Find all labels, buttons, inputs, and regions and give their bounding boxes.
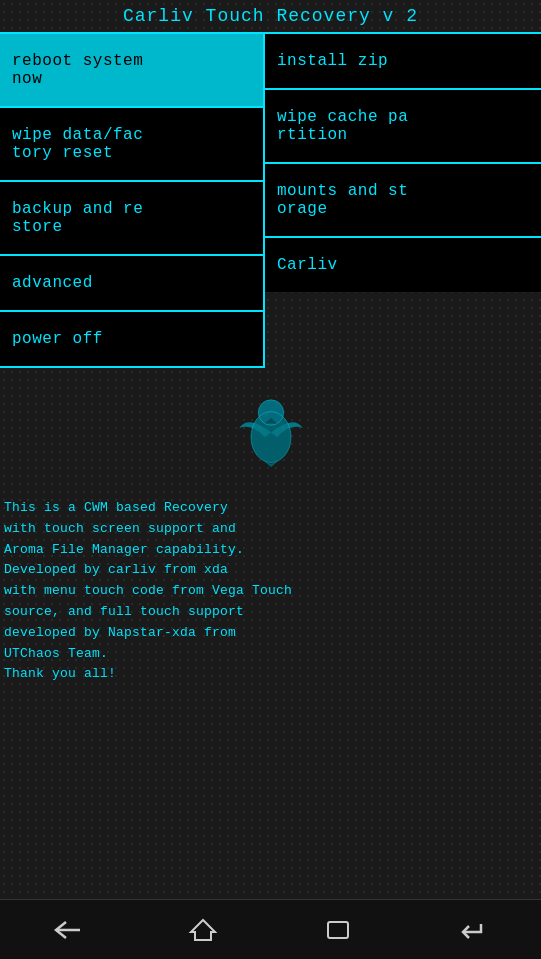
app-logo: [226, 378, 316, 478]
nav-bar: [0, 899, 541, 959]
right-menu-col: install zip wipe cache partition mounts …: [265, 34, 541, 368]
menu-item-install-zip[interactable]: install zip: [265, 34, 541, 90]
logo-area: [0, 368, 541, 488]
nav-home-button[interactable]: [185, 916, 221, 944]
recents-icon: [320, 916, 356, 944]
app-title: Carliv Touch Recovery v 2: [0, 0, 541, 32]
left-menu-col: reboot systemnow wipe data/factory reset…: [0, 34, 265, 368]
menu-item-power-off[interactable]: power off: [0, 312, 263, 368]
svg-marker-5: [191, 920, 215, 940]
home-icon: [185, 916, 221, 944]
enter-icon: [455, 916, 491, 944]
nav-enter-button[interactable]: [455, 916, 491, 944]
menu-item-wipe-data[interactable]: wipe data/factory reset: [0, 108, 263, 182]
menu-item-carliv[interactable]: Carliv: [265, 238, 541, 292]
info-text: This is a CWM based Recovery with touch …: [0, 488, 541, 695]
menu-container: reboot systemnow wipe data/factory reset…: [0, 32, 541, 368]
menu-item-backup-restore[interactable]: backup and restore: [0, 182, 263, 256]
menu-item-reboot[interactable]: reboot systemnow: [0, 34, 263, 108]
menu-item-wipe-cache[interactable]: wipe cache partition: [265, 90, 541, 164]
back-icon: [50, 916, 86, 944]
svg-rect-6: [328, 922, 348, 938]
nav-back-button[interactable]: [50, 916, 86, 944]
menu-item-mounts-storage[interactable]: mounts and storage: [265, 164, 541, 238]
menu-item-advanced[interactable]: advanced: [0, 256, 263, 312]
nav-recents-button[interactable]: [320, 916, 356, 944]
